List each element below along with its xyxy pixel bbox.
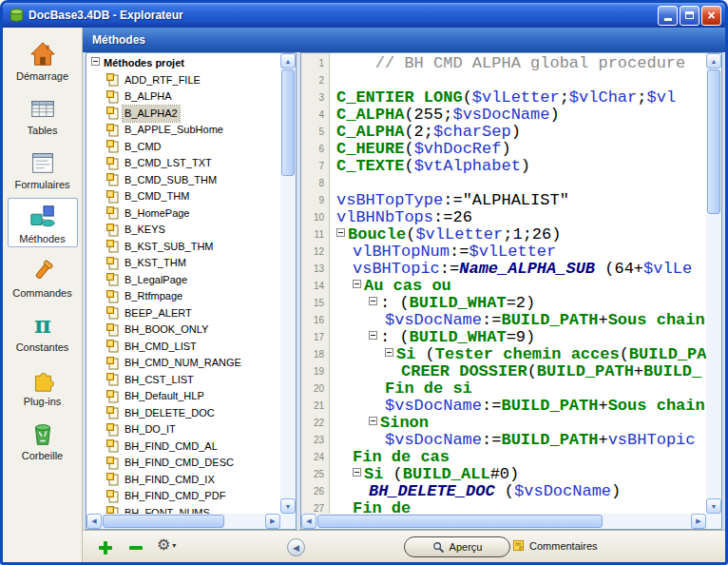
tree-item[interactable]: BH_FIND_CMD_IX xyxy=(86,472,280,489)
options-button[interactable]: ⚙ ▾ xyxy=(157,537,176,553)
tree-item[interactable]: B_KEYS xyxy=(86,222,280,239)
scrollbar-thumb[interactable] xyxy=(103,515,224,528)
maximize-button[interactable] xyxy=(680,6,699,26)
tree-item[interactable]: BH_FONT_NUMS xyxy=(86,505,280,515)
comments-button[interactable]: Commentaires xyxy=(512,539,598,552)
tree-item[interactable]: B_APPLE_SubHome xyxy=(86,122,280,139)
code-line[interactable]: $vsDocName:=BUILD_PATH+Sous chain xyxy=(331,398,706,415)
tree-item[interactable]: B_CMD_LST_TXT xyxy=(86,155,280,172)
tree-item[interactable]: B_LegalPage xyxy=(86,272,280,289)
code-line[interactable]: C_HEURE($vhDocRef) xyxy=(331,141,706,158)
tree-root[interactable]: Méthodes projet xyxy=(86,55,280,72)
tree-item[interactable]: BH_FIND_CMD_DESC xyxy=(86,455,280,472)
tree-vertical-scrollbar[interactable]: ▲ ▼ xyxy=(280,53,296,514)
code-line[interactable]: BH_DELETE_DOC ($vsDocName) xyxy=(331,483,706,500)
tree-item[interactable]: B_HomePage xyxy=(86,205,280,223)
code-line[interactable]: : (BUILD_WHAT=2) xyxy=(331,295,706,312)
code-line[interactable]: vlBHTopNum:=$vlLetter xyxy=(331,244,706,261)
method-tree[interactable]: Méthodes projet ADD_RTF_FILEB_ALPHAB_ALP… xyxy=(86,53,280,514)
sidebar-item-corbeille[interactable]: Corbeille xyxy=(8,415,78,464)
code-line[interactable]: C_ENTIER LONG($vlLetter;$vlChar;$vl xyxy=(331,89,706,107)
close-button[interactable]: × xyxy=(701,6,721,26)
code-line[interactable]: Boucle($vlLetter;1;26) xyxy=(331,226,706,244)
code-line[interactable] xyxy=(331,72,706,89)
fold-toggle-icon[interactable] xyxy=(336,228,345,237)
tree-item[interactable]: B_ALPHA2 xyxy=(86,106,280,123)
sidebar-item-formulaires[interactable]: Formulaires xyxy=(8,144,78,193)
fold-toggle-icon[interactable] xyxy=(353,280,361,288)
code-line[interactable]: $vsDocName:=BUILD_PATH+Sous chain xyxy=(331,312,706,329)
code-line[interactable]: Si (Tester chemin acces(BUILD_PA xyxy=(331,346,706,363)
tree-item[interactable]: BH_FIND_CMD_PDF xyxy=(86,488,280,505)
tree-item[interactable]: BH_DO_IT xyxy=(86,421,280,438)
code-line[interactable]: C_TEXTE($vtAlphabet) xyxy=(331,158,706,175)
scroll-up-button[interactable]: ▲ xyxy=(706,53,721,68)
scrollbar-thumb[interactable] xyxy=(707,69,720,214)
scroll-down-button[interactable]: ▼ xyxy=(280,498,296,514)
tree-item[interactable]: B_ALPHA xyxy=(86,88,280,106)
fold-toggle-icon[interactable] xyxy=(385,348,393,357)
scroll-right-button[interactable]: ▶ xyxy=(691,514,706,529)
code-area[interactable]: // BH CMD ALPHA global procedureC_ENTIER… xyxy=(331,53,706,514)
back-button[interactable]: ◀ xyxy=(287,538,305,556)
collapse-toggle-icon[interactable] xyxy=(91,57,100,66)
tree-item[interactable]: BH_Default_HLP xyxy=(86,388,280,405)
scroll-left-button[interactable]: ◀ xyxy=(86,514,102,529)
code-line[interactable]: vsBHTopic:=Name_ALPHA_SUB (64+$vlLe xyxy=(331,261,706,278)
code-line[interactable]: Sinon xyxy=(331,415,706,432)
tree-item-label: BH_DELETE_DOC xyxy=(123,405,217,421)
scroll-down-button[interactable]: ▼ xyxy=(706,498,721,514)
scrollbar-thumb[interactable] xyxy=(281,69,295,176)
scroll-right-button[interactable]: ▶ xyxy=(265,514,280,529)
tree-item[interactable]: BH_FIND_CMD_AL xyxy=(86,438,280,456)
code-line[interactable]: Fin de si xyxy=(331,380,706,398)
fold-toggle-icon[interactable] xyxy=(369,417,377,425)
sidebar-item-plug-ins[interactable]: Plug-ins xyxy=(8,360,78,410)
sidebar-item-commandes[interactable]: Commandes xyxy=(8,252,78,302)
code-line[interactable] xyxy=(331,175,706,192)
tree-item[interactable]: BH_BOOK_ONLY xyxy=(86,321,280,339)
code-line[interactable]: C_ALPHA(255;$vsDocName) xyxy=(331,107,706,124)
code-line[interactable]: Au cas ou xyxy=(331,278,706,295)
scrollbar-thumb[interactable] xyxy=(317,515,603,528)
sidebar-item-m-thodes[interactable]: Méthodes xyxy=(8,198,78,247)
code-line[interactable]: Fin de xyxy=(331,500,706,514)
code-line[interactable]: Si (BUILD_ALL#0) xyxy=(331,466,706,483)
code-line[interactable]: C_ALPHA(2;$charSep) xyxy=(331,124,706,141)
minimize-button[interactable] xyxy=(658,6,678,26)
tree-item[interactable]: B_KST_SUB_THM xyxy=(86,239,280,256)
code-line[interactable]: $vsDocName:=BUILD_PATH+vsBHTopic xyxy=(331,432,706,449)
tree-item[interactable]: B_CMD xyxy=(86,139,280,156)
tree-item[interactable]: B_CMD_THM xyxy=(86,188,280,205)
sidebar-item-d-marrage[interactable]: Démarrage xyxy=(8,35,78,85)
tree-item[interactable]: B_KST_THM xyxy=(86,255,280,272)
tree-item[interactable]: BH_CST_LIST xyxy=(86,372,280,389)
tree-item[interactable]: BH_CMD_NUM_RANGE xyxy=(86,355,280,372)
remove-method-button[interactable] xyxy=(128,540,144,555)
code-line[interactable]: vsBHTopType:="ALPHALIST" xyxy=(331,192,706,209)
tree-item[interactable]: B_CMD_SUB_THM xyxy=(86,172,280,189)
sidebar-item-tables[interactable]: Tables xyxy=(8,89,78,139)
fold-toggle-icon[interactable] xyxy=(369,331,377,340)
editor-horizontal-scrollbar[interactable]: ◀ ▶ xyxy=(301,514,706,529)
add-method-button[interactable] xyxy=(98,540,113,555)
code-line[interactable]: CREER DOSSIER(BUILD_PATH+BUILD_ xyxy=(331,363,706,380)
scroll-up-button[interactable]: ▲ xyxy=(280,53,296,68)
editor-vertical-scrollbar[interactable]: ▲ ▼ xyxy=(706,53,721,514)
apercu-toggle-button[interactable]: Aperçu xyxy=(404,536,510,557)
code-line[interactable]: // BH CMD ALPHA global procedure xyxy=(331,55,706,72)
fold-toggle-icon[interactable] xyxy=(353,468,361,477)
tree-item[interactable]: B_Rtfmpage xyxy=(86,288,280,305)
tree-item[interactable]: ADD_RTF_FILE xyxy=(86,72,280,89)
tree-horizontal-scrollbar[interactable]: ◀ ▶ xyxy=(86,514,280,529)
code-line[interactable]: : (BUILD_WHAT=9) xyxy=(331,329,706,346)
code-line[interactable]: vlBHNbTops:=26 xyxy=(331,209,706,226)
scroll-left-button[interactable]: ◀ xyxy=(301,514,316,529)
fold-toggle-icon[interactable] xyxy=(369,297,377,305)
tree-item[interactable]: BH_DELETE_DOC xyxy=(86,405,280,422)
tree-item[interactable]: BEEP_ALERT xyxy=(86,305,280,322)
code-line[interactable]: Fin de cas xyxy=(331,449,706,466)
tree-item[interactable]: BH_CMD_LIST xyxy=(86,339,280,356)
sidebar-item-constantes[interactable]: πConstantes xyxy=(8,306,78,356)
title-bar[interactable]: DocBase3.4DB - Explorateur × xyxy=(3,3,725,28)
